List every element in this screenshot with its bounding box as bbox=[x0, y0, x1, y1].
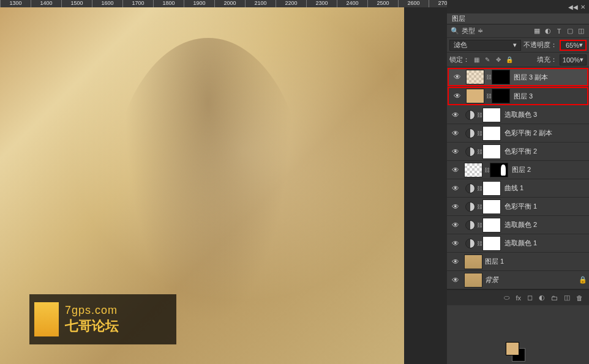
visibility-toggle[interactable]: 👁 bbox=[447, 221, 464, 229]
document-canvas[interactable]: 7gps.com 七哥论坛 bbox=[0, 7, 404, 364]
delete-layer-icon[interactable]: 🗑 bbox=[576, 294, 583, 302]
adjustment-icon[interactable] bbox=[465, 220, 475, 230]
lock-brush-icon[interactable]: ✎ bbox=[483, 56, 492, 64]
lock-all-icon[interactable]: 🔒 bbox=[505, 56, 514, 64]
layer-name[interactable]: 图层 3 bbox=[512, 92, 587, 101]
dropdown-icon[interactable]: ≑ bbox=[478, 27, 483, 35]
watermark-title: 七哥论坛 bbox=[65, 317, 119, 335]
blend-mode-select[interactable]: 滤色▾ bbox=[449, 40, 521, 51]
adjustment-icon[interactable] bbox=[465, 202, 475, 212]
layer-name[interactable]: 曲线 1 bbox=[503, 184, 589, 193]
color-swatch[interactable] bbox=[503, 340, 528, 364]
add-mask-icon[interactable]: ◻ bbox=[527, 294, 533, 302]
search-icon[interactable]: 🔍 bbox=[451, 27, 459, 35]
fill-input[interactable]: 100%▾ bbox=[560, 54, 587, 65]
layer-thumbnail[interactable] bbox=[466, 89, 484, 103]
layer-thumbnail[interactable] bbox=[464, 163, 482, 177]
layers-tab[interactable]: 图层 bbox=[447, 13, 589, 24]
adjustment-icon[interactable] bbox=[465, 110, 475, 120]
layer-row[interactable]: 👁 ⛓ 图层 3 副本 bbox=[448, 68, 588, 86]
filter-type-label[interactable]: 类型 bbox=[462, 26, 475, 35]
adjustment-icon[interactable] bbox=[465, 184, 475, 193]
new-adjustment-icon[interactable]: ◐ bbox=[539, 294, 545, 302]
layer-name[interactable]: 色彩平衡 2 bbox=[503, 147, 589, 156]
layer-mask-thumbnail[interactable] bbox=[482, 126, 501, 141]
layer-row[interactable]: 👁 ⛓ 选取颜色 1 bbox=[447, 234, 589, 253]
opacity-input[interactable]: 65%▾ bbox=[560, 40, 587, 51]
link-icon[interactable]: ⛓ bbox=[476, 240, 482, 247]
layer-mask-thumbnail[interactable] bbox=[482, 181, 501, 196]
layer-row[interactable]: 👁 ⛓ 选取颜色 3 bbox=[447, 106, 589, 124]
layer-name[interactable]: 色彩平衡 1 bbox=[503, 202, 589, 211]
visibility-toggle[interactable]: 👁 bbox=[447, 184, 464, 193]
foreground-color-swatch[interactable] bbox=[506, 342, 519, 355]
layer-thumbnail[interactable] bbox=[464, 273, 482, 288]
layer-name[interactable]: 背景 bbox=[484, 275, 577, 284]
layer-name[interactable]: 选取颜色 1 bbox=[503, 239, 589, 248]
link-icon[interactable]: ⛓ bbox=[476, 149, 482, 155]
layer-row[interactable]: 👁 ⛓ 色彩平衡 1 bbox=[447, 198, 589, 216]
close-icon[interactable]: ✕ bbox=[580, 4, 585, 10]
layer-mask-thumbnail[interactable] bbox=[482, 199, 501, 214]
adjustment-icon[interactable] bbox=[465, 128, 475, 138]
layer-thumbnail[interactable] bbox=[464, 254, 482, 269]
layer-row[interactable]: 👁 ⛓ 选取颜色 2 bbox=[447, 216, 589, 234]
layer-mask-thumbnail[interactable] bbox=[492, 89, 510, 103]
layer-row[interactable]: 👁 背景 🔒 bbox=[447, 271, 589, 289]
link-icon[interactable]: ⛓ bbox=[476, 112, 482, 118]
layer-mask-thumbnail[interactable] bbox=[482, 218, 501, 232]
ruler-tick: 1500 bbox=[61, 0, 92, 7]
layer-name[interactable]: 选取颜色 2 bbox=[503, 220, 589, 229]
layer-row[interactable]: 👁 图层 1 bbox=[447, 253, 589, 271]
new-group-icon[interactable]: 🗀 bbox=[551, 294, 558, 302]
layer-mask-thumbnail[interactable] bbox=[482, 236, 501, 251]
visibility-toggle[interactable]: 👁 bbox=[449, 73, 466, 81]
link-icon[interactable]: ⛓ bbox=[486, 93, 492, 99]
canvas-area[interactable]: 7gps.com 七哥论坛 bbox=[0, 7, 404, 364]
layer-row[interactable]: 👁 ⛓ 图层 3 bbox=[448, 87, 588, 105]
filter-text-icon[interactable]: T bbox=[555, 27, 563, 35]
link-icon[interactable]: ⛓ bbox=[476, 222, 482, 228]
layer-row[interactable]: 👁 ⛓ 色彩平衡 2 副本 bbox=[447, 124, 589, 143]
link-icon[interactable]: ⛓ bbox=[476, 204, 482, 210]
lock-position-icon[interactable]: ✥ bbox=[494, 56, 503, 64]
layer-row[interactable]: 👁 ⛓ 色彩平衡 2 bbox=[447, 143, 589, 161]
layer-mask-thumbnail[interactable] bbox=[490, 163, 508, 177]
collapse-icon[interactable]: ◀◀ bbox=[568, 4, 578, 10]
visibility-toggle[interactable]: 👁 bbox=[447, 239, 464, 248]
layer-mask-thumbnail[interactable] bbox=[482, 144, 501, 159]
layer-row[interactable]: 👁 ⛓ 曲线 1 bbox=[447, 179, 589, 198]
link-icon[interactable]: ⛓ bbox=[476, 130, 482, 136]
filter-smart-icon[interactable]: ◫ bbox=[577, 27, 585, 35]
layer-name[interactable]: 色彩平衡 2 副本 bbox=[503, 128, 589, 138]
adjustment-icon[interactable] bbox=[465, 147, 475, 157]
visibility-toggle[interactable]: 👁 bbox=[447, 147, 464, 156]
visibility-toggle[interactable]: 👁 bbox=[447, 166, 464, 174]
visibility-toggle[interactable]: 👁 bbox=[447, 129, 464, 138]
layer-mask-thumbnail[interactable] bbox=[482, 108, 501, 122]
visibility-toggle[interactable]: 👁 bbox=[447, 202, 464, 211]
layer-row[interactable]: 👁 ⛓ 图层 2 bbox=[447, 161, 589, 179]
filter-shape-icon[interactable]: ▢ bbox=[566, 27, 574, 35]
link-icon[interactable]: ⛓ bbox=[486, 74, 492, 80]
adjustment-icon[interactable] bbox=[465, 239, 475, 248]
layer-thumbnail[interactable] bbox=[466, 70, 484, 84]
layer-effects-icon[interactable]: fx bbox=[516, 294, 521, 302]
new-layer-icon[interactable]: ◫ bbox=[564, 294, 570, 302]
link-icon[interactable]: ⛓ bbox=[476, 185, 482, 191]
link-icon[interactable]: ⛓ bbox=[484, 167, 490, 173]
layer-name[interactable]: 选取颜色 3 bbox=[503, 110, 589, 119]
layer-name[interactable]: 图层 3 副本 bbox=[512, 73, 587, 82]
layer-mask-thumbnail[interactable] bbox=[492, 70, 510, 84]
ruler-tick: 1800 bbox=[153, 0, 184, 7]
layer-name[interactable]: 图层 2 bbox=[511, 165, 589, 174]
layer-name[interactable]: 图层 1 bbox=[484, 257, 589, 266]
filter-pixel-icon[interactable]: ▦ bbox=[533, 27, 541, 35]
visibility-toggle[interactable]: 👁 bbox=[447, 258, 464, 266]
filter-adjustment-icon[interactable]: ◐ bbox=[544, 27, 552, 35]
visibility-toggle[interactable]: 👁 bbox=[447, 276, 464, 284]
visibility-toggle[interactable]: 👁 bbox=[449, 92, 466, 100]
visibility-toggle[interactable]: 👁 bbox=[447, 111, 464, 119]
lock-transparent-icon[interactable]: ▦ bbox=[472, 56, 481, 64]
link-layers-icon[interactable]: ⬭ bbox=[504, 294, 509, 302]
